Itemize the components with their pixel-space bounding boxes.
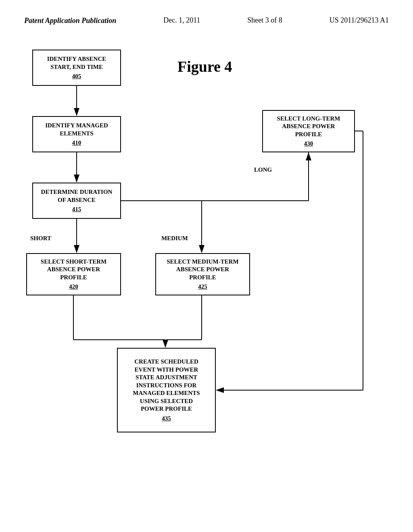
box-405-line1: IDENTIFY ABSENCE <box>47 55 106 63</box>
box-415-line2: OF ABSENCE <box>58 196 96 204</box>
medium-label: MEDIUM <box>161 235 188 242</box>
box-425: SELECT MEDIUM-TERM ABSENCE POWER PROFILE… <box>155 253 250 295</box>
long-label: LONG <box>254 166 272 173</box>
box-420: SELECT SHORT-TERM ABSENCE POWER PROFILE … <box>26 253 121 295</box>
short-label: SHORT <box>30 235 51 242</box>
box-430: SELECT LONG-TERM ABSENCE POWER PROFILE 4… <box>262 110 355 152</box>
page-header: Patent Application Publication Dec. 1, 2… <box>0 0 413 33</box>
box-425-number: 425 <box>198 283 207 291</box>
box-435-number: 435 <box>162 415 171 423</box>
box-435-line1: CREATE SCHEDULED <box>134 358 198 366</box>
box-410-line2: ELEMENTS <box>60 130 93 138</box>
box-420-line2: ABSENCE POWER <box>47 266 100 274</box>
box-435-line6: USING SELECTED <box>140 397 193 405</box>
box-435-line2: EVENT WITH POWER <box>135 366 198 374</box>
box-435-line3: STATE ADJUSTMENT <box>136 374 197 382</box>
box-420-number: 420 <box>69 283 78 291</box>
box-430-line1: SELECT LONG-TERM <box>277 115 340 123</box>
box-430-line3: PROFILE <box>295 131 322 139</box>
patent-number: US 2011/296213 A1 <box>330 16 389 25</box>
box-420-line1: SELECT SHORT-TERM <box>41 258 106 266</box>
box-430-line2: ABSENCE POWER <box>282 123 335 131</box>
box-410-number: 410 <box>72 139 81 147</box>
box-425-line3: PROFILE <box>189 274 216 282</box>
box-415: DETERMINE DURATION OF ABSENCE 415 <box>32 183 121 219</box>
publication-date: Dec. 1, 2011 <box>163 16 200 25</box>
box-435-line4: INSTRUCTIONS FOR <box>136 382 197 390</box>
figure-title: Figure 4 <box>177 58 232 75</box>
box-405-line2: START, END TIME <box>50 63 103 71</box>
box-425-line1: SELECT MEDIUM-TERM <box>167 258 239 266</box>
box-435: CREATE SCHEDULED EVENT WITH POWER STATE … <box>117 348 216 432</box>
box-435-line7: POWER PROFILE <box>141 405 192 413</box>
diagram-area: Figure 4 IDENTIFY ABSENCE START, END TIM… <box>0 33 413 509</box>
box-435-line5: MANAGED ELEMENTS <box>133 389 200 397</box>
box-430-number: 430 <box>304 140 313 148</box>
box-425-line2: ABSENCE POWER <box>176 266 229 274</box>
box-415-line1: DETERMINE DURATION <box>41 188 113 196</box>
publication-title: Patent Application Publication <box>24 16 116 25</box>
box-405-number: 405 <box>72 73 81 81</box>
box-405: IDENTIFY ABSENCE START, END TIME 405 <box>32 50 121 86</box>
box-410: IDENTIFY MANAGED ELEMENTS 410 <box>32 116 121 152</box>
box-420-line3: PROFILE <box>60 274 87 282</box>
box-410-line1: IDENTIFY MANAGED <box>45 122 108 130</box>
sheet-info: Sheet 3 of 8 <box>247 16 282 25</box>
box-415-number: 415 <box>72 206 81 214</box>
